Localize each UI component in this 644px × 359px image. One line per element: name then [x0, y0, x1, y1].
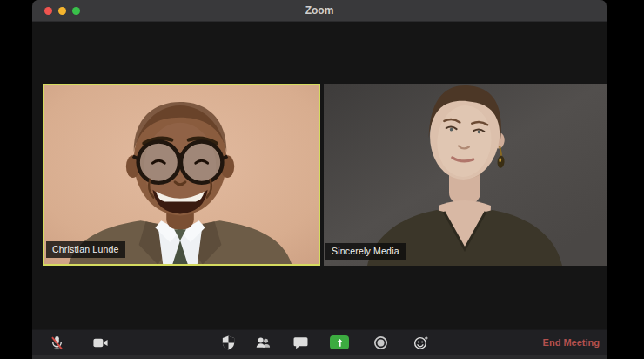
- screenshot-root: Zoom: [0, 0, 644, 359]
- zoom-app-window: Zoom: [32, 0, 607, 359]
- participants-button[interactable]: [253, 335, 272, 351]
- security-shield-icon: [220, 335, 237, 351]
- window-titlebar: Zoom: [32, 0, 607, 22]
- microphone-muted-icon: [49, 335, 65, 351]
- participant-name-label: Sincerely Media: [325, 243, 406, 260]
- participant-video-woman: [324, 84, 607, 266]
- security-button[interactable]: [218, 335, 238, 351]
- meeting-toolbar: End Meeting: [32, 329, 607, 359]
- participant-video-man: [44, 85, 319, 264]
- participant-name-label: Christian Lunde: [46, 241, 125, 258]
- end-meeting-button[interactable]: End Meeting: [543, 330, 600, 355]
- participants-icon: [255, 335, 272, 351]
- stop-video-button[interactable]: [91, 335, 110, 351]
- record-icon: [372, 335, 389, 351]
- chat-button[interactable]: [291, 335, 310, 351]
- record-button[interactable]: [371, 335, 390, 351]
- share-screen-button[interactable]: [330, 335, 349, 349]
- mute-button[interactable]: [47, 335, 66, 351]
- video-tile-sincerely-media[interactable]: Sincerely Media: [324, 84, 607, 266]
- window-title: Zoom: [32, 0, 607, 22]
- chat-bubble-icon: [292, 335, 309, 351]
- reactions-smiley-icon: [413, 335, 429, 351]
- reactions-button[interactable]: [411, 335, 430, 351]
- share-screen-arrow-icon: [335, 338, 345, 348]
- video-tile-christian-lunde[interactable]: Christian Lunde: [43, 84, 320, 266]
- video-camera-icon: [92, 335, 109, 351]
- video-gallery: Christian Lunde: [32, 22, 607, 329]
